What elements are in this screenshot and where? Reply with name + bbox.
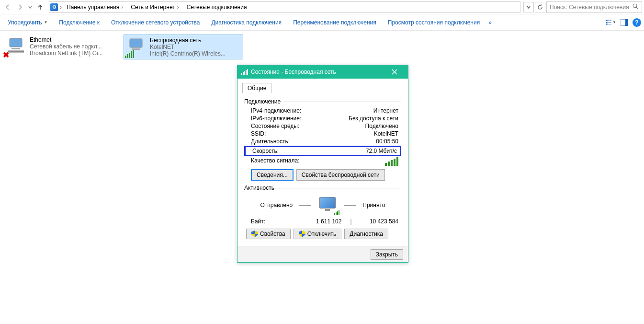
details-button[interactable]: Сведения... — [251, 169, 294, 181]
control-panel-icon: ⚙ — [50, 3, 58, 11]
speed-label: Скорость: — [252, 148, 366, 154]
dialog-titlebar[interactable]: Состояние - Беспроводная сеть — [237, 65, 408, 79]
ethernet-icon: ✖ — [6, 36, 26, 57]
svg-rect-7 — [608, 24, 611, 24]
status-dialog: Состояние - Беспроводная сеть Общие Подк… — [237, 65, 408, 263]
svg-rect-4 — [606, 22, 608, 23]
signal-strength-icon — [385, 157, 398, 166]
up-button[interactable] — [34, 1, 46, 13]
svg-rect-6 — [606, 23, 608, 24]
svg-point-0 — [633, 4, 637, 8]
search-placeholder: Поиск: Сетевые подключения — [550, 4, 629, 11]
signal-label: Качество сигнала: — [251, 157, 385, 166]
preview-pane-button[interactable] — [619, 17, 630, 28]
diagnose-button[interactable]: Диагностика подключения — [206, 17, 286, 28]
ipv4-value: Интернет — [373, 107, 398, 114]
shield-icon — [299, 231, 305, 237]
duration-value: 00:05:50 — [376, 138, 398, 145]
sent-label: Отправлено — [260, 202, 293, 208]
ipv4-label: IPv4-подключение: — [251, 107, 373, 114]
media-label: Состояние среды: — [251, 123, 365, 129]
svg-rect-10 — [10, 38, 22, 47]
disable-button[interactable]: Отключить — [294, 229, 342, 239]
recent-dropdown[interactable] — [27, 1, 34, 13]
ssid-label: SSID: — [251, 130, 374, 137]
diagnose-button[interactable]: Диагностика — [344, 229, 388, 239]
ipv6-label: IPv6-подключение: — [251, 115, 349, 122]
adapter-status: KotelNET — [150, 44, 241, 50]
help-icon[interactable]: ? — [633, 18, 641, 27]
address-dropdown[interactable] — [523, 2, 534, 12]
activity-monitor-icon — [317, 196, 338, 214]
adapter-device: Broadcom NetLink (TM) Gi... — [30, 50, 122, 57]
adapter-name: Беспроводная сеть — [150, 37, 241, 44]
organize-menu[interactable]: Упорядочить▼ — [3, 17, 52, 28]
svg-rect-9 — [625, 19, 628, 26]
tab-strip: Общие — [242, 82, 403, 93]
svg-line-1 — [636, 7, 638, 9]
forward-button[interactable] — [14, 1, 26, 13]
speed-row-highlight: Скорость:72.0 Мбит/с — [244, 146, 401, 156]
back-button[interactable] — [2, 1, 13, 13]
svg-rect-11 — [11, 48, 20, 49]
speed-value: 72.0 Мбит/с — [366, 148, 397, 154]
disable-device-button[interactable]: Отключение сетевого устройства — [106, 17, 204, 28]
signal-bars-icon — [241, 69, 248, 75]
breadcrumb[interactable]: ⚙ › Панель управления› Сеть и Интернет› … — [49, 1, 520, 13]
view-status-button[interactable]: Просмотр состояния подключения — [383, 17, 485, 28]
crumb-network-connections[interactable]: Сетевые подключения — [184, 2, 250, 12]
svg-rect-5 — [608, 22, 611, 23]
group-connection-label: Подключение — [244, 98, 281, 105]
svg-rect-3 — [608, 20, 611, 21]
adapter-list: ✖ Ethernet Сетевой кабель не подкл... Br… — [0, 31, 644, 63]
svg-rect-2 — [606, 20, 608, 21]
svg-rect-12 — [130, 39, 142, 47]
adapter-ethernet[interactable]: ✖ Ethernet Сетевой кабель не подкл... Br… — [4, 35, 124, 59]
wireless-icon — [126, 37, 146, 57]
bytes-sent-value: 1 611 102 — [299, 218, 346, 225]
close-dialog-button[interactable]: Закрыть — [371, 249, 403, 260]
signal-bars-icon — [125, 50, 134, 58]
duration-label: Длительность: — [251, 138, 376, 145]
received-label: Принято — [362, 202, 385, 208]
group-activity-label: Активность — [244, 185, 274, 191]
bytes-received-value: 10 423 584 — [356, 218, 398, 225]
rename-button[interactable]: Переименование подключения — [288, 17, 381, 28]
adapter-device: Intel(R) Centrino(R) Wireles... — [150, 50, 241, 57]
wireless-properties-button[interactable]: Свойства беспроводной сети — [296, 169, 385, 181]
refresh-button[interactable] — [535, 2, 545, 12]
shield-icon — [251, 231, 258, 237]
ipv6-value: Без доступа к сети — [349, 115, 398, 122]
search-icon — [633, 3, 639, 11]
adapter-wireless[interactable]: Беспроводная сеть KotelNET Intel(R) Cent… — [124, 35, 243, 59]
ssid-value: KotelNET — [374, 130, 398, 137]
crumb-control-panel[interactable]: Панель управления› — [64, 2, 127, 12]
crumb-sep-icon: › — [59, 4, 63, 11]
connect-to-button[interactable]: Подключение к — [54, 17, 104, 28]
search-input[interactable]: Поиск: Сетевые подключения — [546, 1, 642, 13]
media-value: Подключено — [365, 123, 398, 129]
view-layout-button[interactable]: ▼ — [606, 17, 616, 28]
bytes-label: Байт: — [251, 218, 299, 225]
close-button[interactable] — [385, 65, 404, 79]
adapter-name: Ethernet — [30, 36, 122, 43]
tab-general[interactable]: Общие — [242, 83, 271, 93]
disconnected-x-icon: ✖ — [3, 50, 9, 59]
dialog-title-text: Состояние - Беспроводная сеть — [251, 69, 336, 75]
separator: | — [346, 218, 355, 225]
adapter-status: Сетевой кабель не подкл... — [30, 43, 122, 50]
properties-button[interactable]: Свойства — [246, 229, 291, 239]
crumb-network-internet[interactable]: Сеть и Интернет› — [128, 2, 182, 12]
more-commands[interactable]: » — [486, 19, 494, 26]
address-bar: ⚙ › Панель управления› Сеть и Интернет› … — [0, 0, 644, 14]
command-bar: Упорядочить▼ Подключение к Отключение се… — [0, 14, 644, 31]
